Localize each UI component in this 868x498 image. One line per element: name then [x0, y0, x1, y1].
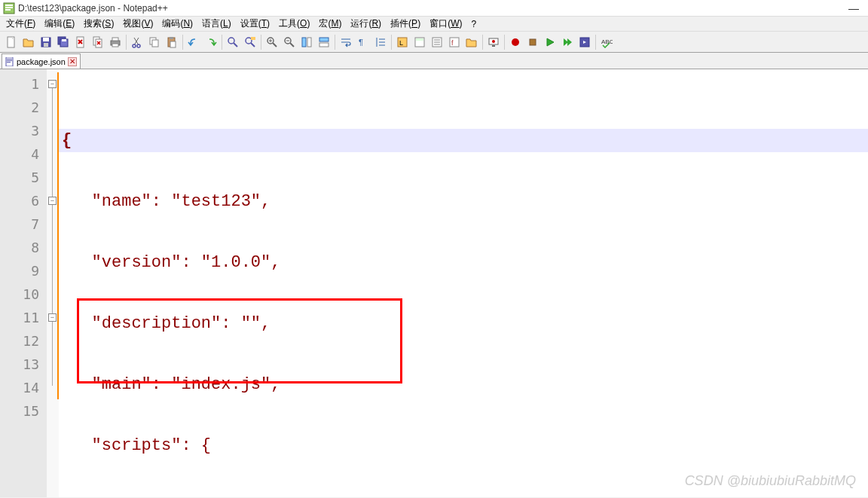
udl-button[interactable]: L — [394, 34, 411, 50]
sync-h-button[interactable] — [316, 34, 332, 50]
close-button[interactable] — [72, 34, 89, 50]
code-line[interactable]: { — [59, 129, 868, 152]
fold-toggle-icon[interactable]: − — [48, 313, 57, 322]
new-file-button[interactable] — [3, 34, 20, 50]
undo-button[interactable] — [185, 34, 202, 50]
svg-rect-10 — [62, 39, 66, 41]
svg-rect-2 — [5, 7, 13, 8]
word-wrap-button[interactable] — [338, 34, 354, 50]
toolbar-separator — [335, 35, 335, 50]
svg-point-42 — [492, 40, 495, 43]
tab-label: package.json — [17, 57, 66, 66]
tab-package-json[interactable]: package.json ✕ — [2, 53, 81, 69]
save-button[interactable] — [38, 34, 54, 50]
menu-item[interactable]: 文件(F) — [2, 16, 40, 32]
zoom-in-button[interactable] — [264, 34, 280, 50]
title-bar: D:\test123\package.json - Notepad++ — — [0, 0, 868, 17]
find-button[interactable] — [225, 34, 241, 50]
toolbar-separator — [261, 35, 261, 50]
svg-rect-15 — [112, 38, 118, 41]
spell-check-button[interactable]: ABC — [598, 34, 615, 50]
toolbar-separator — [595, 35, 596, 50]
toolbar-separator — [391, 35, 392, 50]
menu-item[interactable]: 工具(O) — [274, 16, 314, 32]
menu-bar: 文件(F)编辑(E)搜索(S)视图(V)编码(N)语言(L)设置(T)工具(O)… — [0, 17, 868, 32]
menu-item[interactable]: ? — [466, 17, 481, 31]
fold-toggle-icon[interactable]: − — [48, 80, 57, 88]
line-number: 8 — [0, 236, 47, 259]
doc-map-button[interactable] — [411, 34, 428, 50]
save-macro-button[interactable] — [576, 34, 593, 50]
code-line[interactable]: "name": "test123", — [59, 190, 868, 213]
code-line[interactable]: "test": "echo \"Error: no test specified… — [59, 495, 868, 498]
svg-rect-16 — [112, 44, 118, 47]
menu-item[interactable]: 搜索(S) — [79, 16, 118, 32]
menu-item[interactable]: 视图(V) — [118, 16, 157, 32]
line-number: 10 — [0, 283, 47, 306]
menu-item[interactable]: 插件(P) — [386, 16, 425, 32]
fold-guide — [52, 88, 53, 386]
svg-rect-6 — [43, 38, 49, 41]
save-all-button[interactable] — [55, 34, 72, 50]
line-number: 7 — [0, 212, 47, 236]
redo-button[interactable] — [203, 34, 219, 50]
record-button[interactable] — [507, 34, 524, 50]
svg-point-24 — [228, 38, 234, 44]
code-line[interactable]: "version": "1.0.0", — [59, 251, 868, 274]
line-number: 15 — [0, 399, 47, 423]
svg-rect-37 — [416, 38, 423, 41]
code-content[interactable]: { "name": "test123", "version": "1.0.0",… — [59, 69, 868, 497]
line-number: 5 — [0, 166, 47, 189]
paste-button[interactable] — [164, 34, 180, 50]
print-button[interactable] — [107, 34, 124, 50]
copy-button[interactable] — [146, 34, 163, 50]
menu-item[interactable]: 编辑(E) — [40, 16, 79, 32]
cut-button[interactable] — [129, 34, 145, 50]
indent-guide-button[interactable] — [372, 34, 389, 50]
play-button[interactable] — [542, 34, 558, 50]
change-marker — [57, 72, 59, 399]
func-list-button[interactable]: f — [446, 34, 463, 50]
fold-toggle-icon[interactable]: − — [48, 197, 57, 205]
code-line[interactable]: "scripts": { — [59, 434, 868, 457]
menu-item[interactable]: 设置(T) — [236, 16, 274, 32]
folder-workspace-button[interactable] — [463, 34, 480, 50]
svg-rect-29 — [302, 38, 306, 47]
line-number: 2 — [0, 96, 47, 119]
zoom-out-button[interactable] — [281, 34, 298, 50]
annotation-highlight-box — [77, 298, 402, 383]
code-line[interactable]: "description": "", — [59, 312, 868, 335]
menu-item[interactable]: 宏(M) — [314, 16, 346, 32]
menu-item[interactable]: 语言(L) — [197, 16, 236, 32]
svg-rect-30 — [307, 38, 311, 47]
toolbar-separator — [504, 35, 505, 50]
replace-button[interactable] — [242, 34, 258, 50]
play-multi-button[interactable] — [559, 34, 576, 50]
toolbar-separator — [182, 35, 183, 50]
tab-close-icon[interactable]: ✕ — [68, 57, 77, 66]
menu-item[interactable]: 运行(R) — [346, 16, 386, 32]
menu-item[interactable]: 编码(N) — [157, 16, 197, 32]
stop-record-button[interactable] — [524, 34, 541, 50]
line-number: 1 — [0, 72, 47, 96]
monitor-button[interactable] — [485, 34, 502, 50]
minimize-button[interactable]: — — [842, 2, 865, 14]
editor-area[interactable]: 1 2 3 4 5 6 7 8 9 10 11 12 13 14 15 − − … — [0, 69, 868, 497]
menu-item[interactable]: 窗口(W) — [425, 16, 466, 32]
all-chars-button[interactable]: ¶ — [355, 34, 371, 50]
open-file-button[interactable] — [20, 34, 37, 50]
svg-point-17 — [133, 44, 136, 47]
code-line[interactable]: "main": "index.js", — [59, 373, 868, 396]
svg-point-18 — [137, 44, 140, 47]
toolbar: ¶ L f ABC — [0, 32, 868, 53]
close-all-button[interactable] — [90, 34, 106, 50]
svg-rect-49 — [7, 59, 12, 60]
doc-list-button[interactable] — [429, 34, 445, 50]
svg-rect-45 — [530, 39, 536, 45]
sync-v-button[interactable] — [298, 34, 315, 50]
svg-rect-1 — [5, 5, 13, 6]
line-number: 9 — [0, 259, 47, 283]
svg-rect-3 — [5, 9, 11, 11]
tab-bar: package.json ✕ — [0, 53, 868, 69]
line-number: 6 — [0, 189, 47, 212]
